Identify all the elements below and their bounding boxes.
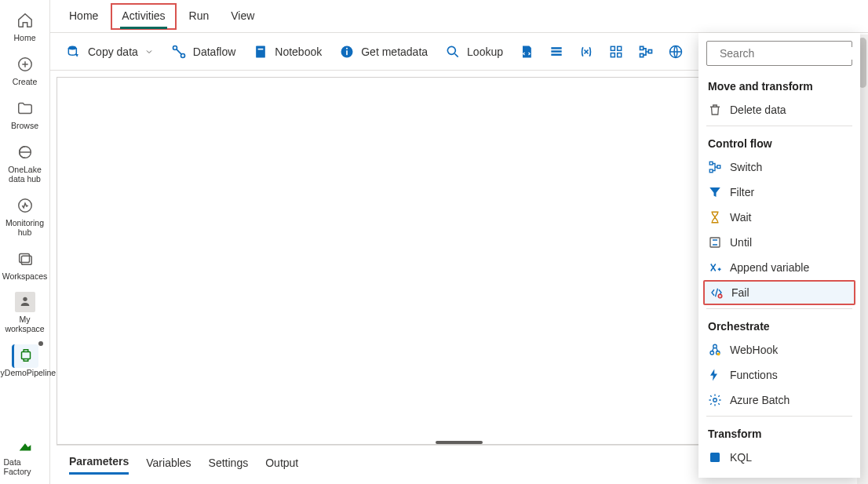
tab-activities[interactable]: Activities: [111, 3, 176, 30]
stored-proc-button[interactable]: [542, 38, 571, 66]
home-icon: [16, 12, 34, 29]
group-transform: Transform: [698, 420, 860, 445]
main-area: Home Activities Run View Copy data Dataf…: [50, 0, 868, 484]
svg-rect-25: [648, 49, 651, 53]
until-icon: [708, 235, 722, 249]
pipeline-icon: [17, 347, 35, 364]
script-activity-button[interactable]: [512, 38, 541, 66]
svg-rect-38: [709, 162, 713, 165]
search-icon: [445, 44, 461, 60]
append-var-icon: [708, 260, 722, 275]
tab-output[interactable]: Output: [265, 457, 298, 474]
item-fail[interactable]: Fail: [703, 280, 855, 305]
web-button[interactable]: [662, 38, 690, 66]
rail-pipeline[interactable]: MyDemoPipeline: [2, 340, 48, 384]
svg-point-7: [68, 45, 76, 49]
svg-point-2: [18, 198, 31, 212]
fail-icon: [709, 286, 724, 300]
dataflow-button[interactable]: Dataflow: [163, 39, 243, 64]
globe-icon: [668, 44, 684, 60]
monitoring-icon: [16, 197, 34, 214]
tab-view[interactable]: View: [221, 5, 264, 28]
item-switch[interactable]: Switch: [698, 155, 860, 180]
svg-rect-4: [21, 256, 31, 264]
button-label: Dataflow: [193, 45, 235, 58]
item-until[interactable]: Until: [698, 230, 860, 255]
rail-label: Browse: [11, 121, 38, 130]
rail-my-workspace[interactable]: My workspace: [2, 287, 48, 340]
notebook-icon: [253, 44, 268, 60]
rail-data-factory[interactable]: Data Factory: [2, 433, 48, 484]
switch-icon: [708, 160, 722, 174]
svg-point-14: [346, 47, 348, 49]
tab-settings[interactable]: Settings: [209, 457, 249, 474]
rail-label: Data Factory: [4, 457, 46, 476]
hourglass-icon: [708, 210, 722, 224]
webhook-icon: [708, 343, 722, 357]
activities-dropdown: Move and transform Delete data Control f…: [698, 33, 860, 478]
rail-home[interactable]: Home: [2, 5, 48, 49]
notebook-button[interactable]: Notebook: [245, 39, 330, 64]
search-input[interactable]: [720, 47, 857, 60]
tab-parameters[interactable]: Parameters: [69, 455, 129, 475]
trash-icon: [708, 103, 722, 117]
dataflow-icon: [171, 44, 187, 60]
item-webhook[interactable]: WebHook: [698, 337, 860, 362]
button-label: Notebook: [275, 45, 322, 58]
svg-rect-6: [22, 351, 31, 358]
svg-rect-10: [256, 45, 265, 57]
copy-data-button[interactable]: Copy data: [58, 39, 162, 64]
branch-icon: [638, 44, 654, 60]
item-functions[interactable]: Functions: [698, 362, 860, 388]
svg-rect-23: [640, 46, 644, 49]
if-condition-button[interactable]: [632, 38, 660, 66]
list-icon: [549, 44, 564, 60]
rail-monitoring[interactable]: Monitoring hub: [2, 190, 48, 243]
panel-splitter[interactable]: [436, 441, 483, 444]
svg-rect-40: [717, 166, 720, 169]
tab-variables[interactable]: Variables: [146, 457, 191, 474]
svg-rect-19: [611, 46, 615, 50]
rail-onelake[interactable]: OneLake data hub: [2, 136, 48, 190]
rail-label: Create: [13, 77, 38, 86]
svg-rect-41: [710, 238, 720, 247]
lookup-button[interactable]: Lookup: [437, 39, 511, 64]
rail-workspaces[interactable]: Workspaces: [2, 243, 48, 287]
search-box[interactable]: [706, 41, 852, 66]
data-factory-icon: [16, 438, 34, 455]
svg-rect-16: [551, 47, 561, 49]
item-kql[interactable]: KQL: [698, 445, 860, 470]
left-nav-rail: Home Create Browse OneLake data hub Moni…: [0, 0, 50, 484]
item-append-variable[interactable]: Append variable: [698, 255, 860, 280]
group-control-flow: Control flow: [698, 129, 860, 155]
copy-data-icon: [66, 44, 82, 60]
svg-rect-17: [551, 50, 561, 53]
group-move-transform: Move and transform: [698, 72, 860, 97]
rail-create[interactable]: Create: [2, 49, 48, 93]
svg-rect-20: [618, 46, 622, 50]
rail-browse[interactable]: Browse: [2, 93, 48, 136]
item-wait[interactable]: Wait: [698, 205, 860, 230]
item-delete-data[interactable]: Delete data: [698, 97, 860, 122]
filter-icon: [708, 185, 722, 199]
item-azure-batch[interactable]: Azure Batch: [698, 388, 860, 413]
set-variable-button[interactable]: [572, 38, 600, 66]
button-label: Lookup: [467, 45, 503, 58]
rail-label: OneLake data hub: [4, 165, 46, 184]
plus-circle-icon: [16, 56, 34, 73]
gear-icon: [708, 393, 722, 407]
svg-rect-13: [346, 50, 348, 55]
foreach-button[interactable]: [602, 38, 630, 66]
folder-icon: [16, 100, 34, 117]
foreach-icon: [608, 44, 624, 60]
svg-rect-18: [551, 53, 561, 56]
tab-home[interactable]: Home: [60, 5, 108, 28]
tab-run[interactable]: Run: [180, 5, 219, 28]
item-filter[interactable]: Filter: [698, 180, 860, 205]
workspaces-icon: [16, 250, 34, 267]
button-label: Get metadata: [361, 45, 428, 58]
svg-point-15: [447, 46, 455, 54]
get-metadata-button[interactable]: Get metadata: [331, 39, 436, 64]
rail-label: My workspace: [4, 315, 46, 333]
svg-rect-3: [19, 253, 29, 262]
